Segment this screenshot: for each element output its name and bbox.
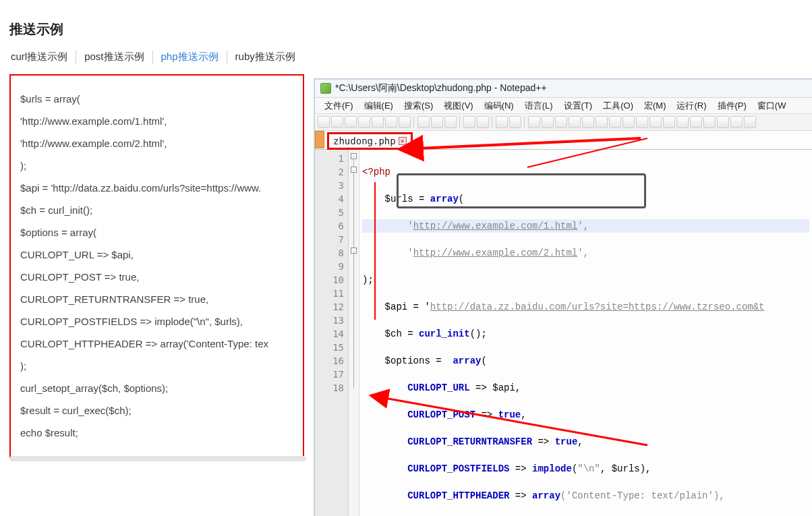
line-number: 17 <box>315 368 344 381</box>
close-tab-icon[interactable]: × <box>399 137 407 145</box>
all-chars-icon[interactable] <box>596 116 608 128</box>
fold-column[interactable]: - - - <box>349 150 359 516</box>
record-icon[interactable] <box>690 116 702 128</box>
menu-language[interactable]: 语言(L) <box>519 99 558 113</box>
save-macro-icon[interactable] <box>744 116 756 128</box>
open-file-icon[interactable] <box>331 116 343 128</box>
play-multi-icon[interactable] <box>730 116 743 128</box>
menu-window[interactable]: 窗口(W <box>752 99 792 113</box>
menu-edit[interactable]: 编辑(E) <box>359 99 399 113</box>
tab-post[interactable]: post推送示例 <box>76 51 152 63</box>
line-number: 9 <box>315 260 344 273</box>
folder-icon[interactable] <box>663 116 675 128</box>
menu-macro[interactable]: 宏(M) <box>639 99 672 113</box>
code-line: ); <box>362 273 809 287</box>
line-number: 12 <box>315 300 344 314</box>
save-icon[interactable] <box>345 116 357 128</box>
code-line: curl_setopt_array($ch, $options); <box>20 377 293 399</box>
menu-tools[interactable]: 工具(O) <box>598 99 639 113</box>
code-line: $options = array( <box>20 221 293 243</box>
menu-search[interactable]: 搜索(S) <box>399 99 438 113</box>
toolbar <box>315 114 812 131</box>
paste-icon[interactable] <box>444 116 457 128</box>
code-line: CURLOPT_URL => $api, <box>20 243 293 266</box>
menu-encoding[interactable]: 编码(N) <box>479 99 519 113</box>
separator-icon <box>413 116 415 128</box>
tab-strip-icon <box>315 131 324 148</box>
code-line: ); <box>20 355 293 377</box>
line-number: 8 <box>315 246 344 260</box>
print-icon[interactable] <box>399 116 411 128</box>
tab-php[interactable]: php推送示例 <box>153 51 227 63</box>
document-tab[interactable]: zhudong.php × <box>327 132 413 150</box>
stop-icon[interactable] <box>703 116 716 128</box>
code-line: $api = 'http://data.zz.baidu.com/urls?si… <box>20 177 293 199</box>
udl-icon[interactable] <box>622 116 635 128</box>
code-line: CURLOPT_POST => true, <box>20 266 293 288</box>
horizontal-scrollbar[interactable] <box>9 456 306 461</box>
sync-h-icon[interactable] <box>569 116 581 128</box>
window-titlebar[interactable]: *C:\Users\阿南\Desktop\zhudong.php - Notep… <box>315 80 812 98</box>
code-line: $urls = array( <box>362 192 809 206</box>
menu-plugins[interactable]: 插件(P) <box>712 99 752 113</box>
func-list-icon[interactable] <box>649 116 662 128</box>
document-tab-row: zhudong.php × <box>315 131 812 150</box>
wrap-icon[interactable] <box>582 116 594 128</box>
save-all-icon[interactable] <box>358 116 370 128</box>
code-line: $ch = curl_init(); <box>362 327 809 341</box>
line-number: 11 <box>315 287 344 300</box>
menu-settings[interactable]: 设置(T) <box>558 99 598 113</box>
tab-curl[interactable]: curl推送示例 <box>11 51 76 63</box>
menu-view[interactable]: 视图(V) <box>438 99 478 113</box>
fold-minus-icon[interactable]: - <box>351 153 357 159</box>
line-number: 6 <box>315 219 344 233</box>
line-number: 7 <box>315 233 344 246</box>
code-line: 'http://www.example.com/1.html', <box>362 219 809 233</box>
new-file-icon[interactable] <box>318 116 330 128</box>
line-number: 3 <box>315 179 344 192</box>
menu-file[interactable]: 文件(F) <box>319 99 359 113</box>
sync-v-icon[interactable] <box>555 116 567 128</box>
code-line: $ch = curl_init(); <box>20 199 293 221</box>
copy-icon[interactable] <box>431 116 443 128</box>
code-text[interactable]: <?php $urls = array( 'http://www.example… <box>359 150 812 516</box>
cut-icon[interactable] <box>417 116 430 128</box>
close-all-icon[interactable] <box>385 116 397 128</box>
line-number: 5 <box>315 206 344 219</box>
editor-area[interactable]: 1 2 3 4 5 6 7 8 9 10 11 12 13 14 15 16 1… <box>315 150 812 516</box>
line-number: 13 <box>315 314 344 327</box>
example-panel: 推送示例 curl推送示例 post推送示例 php推送示例 ruby推送示例 … <box>0 0 314 465</box>
menu-bar: 文件(F) 编辑(E) 搜索(S) 视图(V) 编码(N) 语言(L) 设置(T… <box>315 98 812 114</box>
play-icon[interactable] <box>717 116 729 128</box>
find-icon[interactable] <box>496 116 508 128</box>
line-number: 1 <box>315 152 344 165</box>
zoom-out-icon[interactable] <box>542 116 554 128</box>
code-line: CURLOPT_POSTFIELDS => implode("\n", $url… <box>362 462 809 476</box>
code-line: $result = curl_exec($ch); <box>20 399 293 422</box>
code-line: CURLOPT_RETURNTRANSFER => true, <box>362 435 809 449</box>
code-line: $api = 'http://data.zz.baidu.com/urls?si… <box>362 300 809 314</box>
indent-guide-icon[interactable] <box>609 116 621 128</box>
separator-icon <box>524 116 525 128</box>
line-number: 4 <box>315 192 344 206</box>
close-icon[interactable] <box>372 116 384 128</box>
fold-guide-line <box>353 159 354 389</box>
code-line: CURLOPT_POSTFIELDS => implode("\n", $url… <box>20 310 293 333</box>
fold-minus-icon[interactable]: - <box>351 248 357 254</box>
separator-icon <box>459 116 461 128</box>
line-number: 2 <box>315 165 344 179</box>
zoom-in-icon[interactable] <box>528 116 540 128</box>
replace-icon[interactable] <box>509 116 521 128</box>
fold-minus-icon[interactable]: - <box>351 167 357 173</box>
menu-run[interactable]: 运行(R) <box>671 99 712 113</box>
code-line: 'http://www.example.com/1.html', <box>20 110 293 132</box>
tab-ruby[interactable]: ruby推送示例 <box>227 51 303 63</box>
page-title: 推送示例 <box>9 20 304 38</box>
code-line: CURLOPT_POST => true, <box>362 408 809 422</box>
monitor-icon[interactable] <box>676 116 689 128</box>
code-line: CURLOPT_URL => $api, <box>362 381 809 395</box>
redo-icon[interactable] <box>477 116 489 128</box>
undo-icon[interactable] <box>463 116 475 128</box>
code-line: $urls = array( <box>20 88 293 110</box>
doc-map-icon[interactable] <box>636 116 648 128</box>
